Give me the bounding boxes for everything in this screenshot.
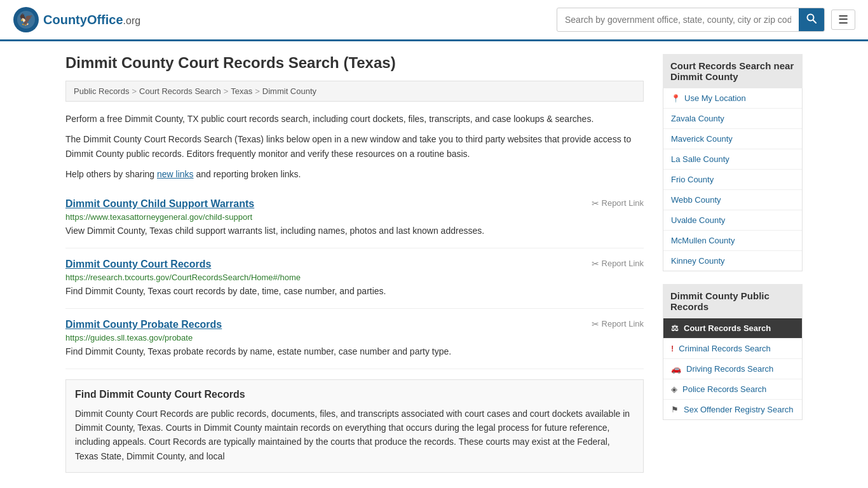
intro-para1: Perform a free Dimmit County, TX public …	[65, 112, 644, 126]
sidebar-nearby-item-4: Frio County	[663, 170, 802, 190]
report-link-0[interactable]: ✂ Report Link	[592, 198, 644, 208]
intro-para3: Help others by sharing new links and rep…	[65, 167, 644, 181]
breadcrumb-public-records[interactable]: Public Records	[74, 86, 129, 96]
driving-records-icon: 🚗	[671, 364, 681, 374]
record-url-0: https://www.texasattorneygeneral.gov/chi…	[65, 212, 644, 222]
record-header-1: Dimmit County Court Records ✂ Report Lin…	[65, 259, 644, 273]
sidebar-pr-link-4[interactable]: ⚑ Sex Offender Registry Search	[663, 400, 802, 419]
svg-line-4	[813, 20, 817, 24]
sidebar-nearby-item-0: 📍 Use My Location	[663, 88, 802, 109]
report-link-icon-0: ✂	[592, 198, 599, 208]
sidebar-pr-item-4: ⚑ Sex Offender Registry Search	[663, 400, 802, 419]
sidebar-public-records-list: ⚖ Court Records Search ! Criminal Record…	[663, 318, 803, 420]
search-input[interactable]	[557, 10, 799, 30]
record-desc-0: View Dimmit County, Texas child support …	[65, 224, 644, 238]
record-item-1: Dimmit County Court Records ✂ Report Lin…	[65, 248, 644, 309]
sidebar-nearby-link-3[interactable]: La Salle County	[663, 149, 802, 169]
sex-offender-icon: ⚑	[671, 405, 679, 414]
police-records-icon: ◈	[671, 384, 677, 394]
logo-icon: 🦅	[13, 6, 39, 33]
report-link-1[interactable]: ✂ Report Link	[592, 259, 644, 269]
sidebar-pr-label-3: Police Records Search	[682, 384, 766, 394]
sidebar: Court Records Search near Dimmit County …	[663, 54, 803, 473]
sidebar-nearby-link-4[interactable]: Frio County	[663, 170, 802, 189]
sidebar-nearby-label-3: La Salle County	[671, 154, 729, 164]
sidebar-pr-item-0: ⚖ Court Records Search	[663, 318, 802, 339]
record-header-2: Dimmit County Probate Records ✂ Report L…	[65, 319, 644, 333]
sidebar-nearby-label-6: Uvalde County	[671, 215, 725, 225]
search-bar	[557, 8, 825, 32]
sidebar-nearby-label-0: Use My Location	[684, 93, 746, 103]
search-button[interactable]	[799, 8, 824, 31]
record-header-0: Dimmit County Child Support Warrants ✂ R…	[65, 198, 644, 212]
sidebar-nearby-header: Court Records Search near Dimmit County	[663, 54, 803, 88]
sidebar-pr-item-3: ◈ Police Records Search	[663, 379, 802, 400]
breadcrumb-texas[interactable]: Texas	[231, 86, 252, 96]
report-link-label-1: Report Link	[602, 259, 644, 268]
court-records-icon: ⚖	[671, 323, 679, 333]
sidebar-pr-link-0[interactable]: ⚖ Court Records Search	[663, 318, 802, 338]
criminal-records-icon: !	[671, 344, 674, 353]
sidebar-pr-label-1: Criminal Records Search	[679, 344, 771, 353]
sidebar-nearby-item-3: La Salle County	[663, 149, 802, 170]
report-link-icon-2: ✂	[592, 319, 599, 329]
sidebar-nearby-link-1[interactable]: Zavala County	[663, 109, 802, 128]
intro-para3-after: and reporting broken links.	[194, 169, 301, 179]
sidebar-nearby-item-1: Zavala County	[663, 109, 802, 129]
report-link-icon-1: ✂	[592, 259, 599, 269]
record-title-0[interactable]: Dimmit County Child Support Warrants	[65, 198, 254, 210]
intro-para2: The Dimmit County Court Records Search (…	[65, 132, 644, 161]
sidebar-pr-label-2: Driving Records Search	[686, 364, 773, 374]
find-section: Find Dimmit County Court Records Dimmit …	[65, 379, 644, 473]
menu-button[interactable]: ☰	[831, 10, 855, 30]
sidebar-nearby-item-2: Maverick County	[663, 129, 802, 149]
logo-area: 🦅 CountyOffice.org	[13, 6, 140, 33]
sidebar-nearby-link-6[interactable]: Uvalde County	[663, 210, 802, 230]
breadcrumb: Public Records > Court Records Search > …	[65, 81, 644, 102]
sidebar-public-records-header: Dimmit County Public Records	[663, 284, 803, 318]
header-right: ☰	[557, 8, 855, 32]
record-desc-2: Find Dimmit County, Texas probate record…	[65, 345, 644, 358]
sidebar-nearby-link-2[interactable]: Maverick County	[663, 129, 802, 149]
svg-text:🦅: 🦅	[19, 13, 34, 27]
sidebar-nearby-label-5: Webb County	[671, 195, 721, 205]
sidebar-pr-label-0: Court Records Search	[684, 323, 771, 333]
sidebar-nearby-label-1: Zavala County	[671, 114, 724, 123]
record-title-1[interactable]: Dimmit County Court Records	[65, 259, 211, 270]
logo-text: CountyOffice.org	[43, 13, 140, 27]
record-item-2: Dimmit County Probate Records ✂ Report L…	[65, 309, 644, 369]
record-title-2[interactable]: Dimmit County Probate Records	[65, 319, 222, 330]
report-link-label-2: Report Link	[602, 319, 644, 329]
sidebar-pr-link-3[interactable]: ◈ Police Records Search	[663, 379, 802, 399]
record-item-0: Dimmit County Child Support Warrants ✂ R…	[65, 188, 644, 248]
content-area: Dimmit County Court Records Search (Texa…	[65, 54, 644, 473]
sidebar-nearby-list: 📍 Use My Location Zavala County Maverick…	[663, 88, 803, 271]
sidebar-nearby-link-7[interactable]: McMullen County	[663, 231, 802, 250]
sidebar-nearby-label-7: McMullen County	[671, 236, 735, 245]
sidebar-nearby-link-8[interactable]: Kinney County	[663, 251, 802, 271]
sidebar-public-records-section: Dimmit County Public Records ⚖ Court Rec…	[663, 284, 803, 420]
report-link-2[interactable]: ✂ Report Link	[592, 319, 644, 329]
sidebar-nearby-item-5: Webb County	[663, 190, 802, 210]
location-icon: 📍	[671, 94, 681, 103]
breadcrumb-dimmit-county[interactable]: Dimmit County	[262, 86, 316, 96]
sidebar-nearby-link-5[interactable]: Webb County	[663, 190, 802, 210]
sidebar-nearby-item-8: Kinney County	[663, 251, 802, 271]
new-links-link[interactable]: new links	[157, 169, 194, 179]
sidebar-nearby-label-8: Kinney County	[671, 256, 725, 266]
header: 🦅 CountyOffice.org ☰	[0, 0, 868, 41]
sidebar-nearby-link-0[interactable]: 📍 Use My Location	[663, 88, 802, 108]
record-url-1: https://research.txcourts.gov/CourtRecor…	[65, 273, 644, 282]
record-url-2: https://guides.sll.texas.gov/probate	[65, 333, 644, 342]
sidebar-nearby-item-6: Uvalde County	[663, 210, 802, 231]
sidebar-nearby-label-4: Frio County	[671, 175, 714, 184]
breadcrumb-court-records-search[interactable]: Court Records Search	[139, 86, 221, 96]
find-section-title: Find Dimmit County Court Records	[75, 389, 634, 400]
sidebar-nearby-label-2: Maverick County	[671, 134, 733, 144]
find-section-text: Dimmit County Court Records are public r…	[75, 407, 634, 464]
sidebar-pr-link-2[interactable]: 🚗 Driving Records Search	[663, 359, 802, 379]
report-link-label-0: Report Link	[602, 198, 644, 208]
sidebar-pr-label-4: Sex Offender Registry Search	[684, 405, 793, 414]
sidebar-nearby-section: Court Records Search near Dimmit County …	[663, 54, 803, 271]
sidebar-pr-link-1[interactable]: ! Criminal Records Search	[663, 339, 802, 358]
